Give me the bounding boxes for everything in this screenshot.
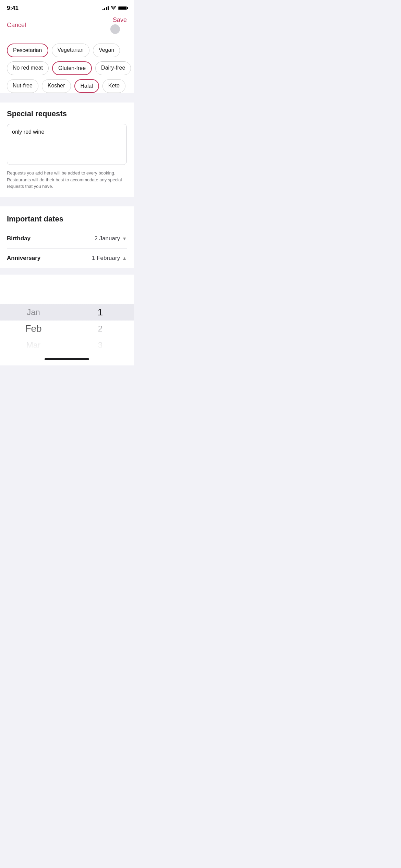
tags-row-2: No red meat Gluten-free Dairy-free — [7, 61, 127, 75]
nav-bar: Cancel Save — [0, 14, 134, 38]
tag-dairy-free[interactable]: Dairy-free — [95, 61, 131, 75]
day-picker-column[interactable]: 1 2 3 4 — [67, 275, 134, 350]
date-picker[interactable]: Jan Feb Mar Apr May 1 2 3 4 — [0, 275, 134, 350]
anniversary-chevron-up-icon: ▲ — [122, 255, 127, 261]
save-dot — [110, 24, 120, 34]
anniversary-value: 1 February — [92, 255, 120, 262]
tag-keto[interactable]: Keto — [102, 79, 125, 93]
special-requests-title: Special requests — [7, 109, 127, 118]
status-time: 9:41 — [7, 5, 19, 12]
nav-right: Save — [113, 16, 127, 34]
battery-icon — [118, 6, 127, 10]
day-picker-items: 1 2 3 4 — [98, 275, 103, 350]
month-mar[interactable]: Mar — [25, 337, 41, 350]
important-dates-title: Important dates — [7, 215, 127, 224]
special-requests-section: Special requests only red wine Requests … — [0, 103, 134, 197]
tag-nut-free[interactable]: Nut-free — [7, 79, 38, 93]
tags-row-3: Nut-free Kosher Halal Keto — [7, 79, 127, 93]
month-feb[interactable]: Feb — [25, 321, 41, 337]
signal-bars-icon — [102, 6, 109, 10]
divider-2 — [0, 204, 134, 206]
wifi-icon — [111, 6, 116, 11]
home-bar — [45, 358, 89, 360]
month-picker-items: Jan Feb Mar Apr May — [25, 275, 41, 350]
day-3[interactable]: 3 — [98, 337, 103, 350]
day-1[interactable]: 1 — [98, 304, 103, 321]
anniversary-value-container[interactable]: 1 February ▲ — [92, 255, 127, 262]
divider-1 — [0, 100, 134, 103]
birthday-value-container[interactable]: 2 January ▼ — [94, 235, 127, 242]
date-picker-section: Jan Feb Mar Apr May 1 2 3 4 — [0, 275, 134, 350]
status-bar: 9:41 — [0, 0, 134, 14]
tag-vegetarian[interactable]: Vegetarian — [52, 44, 90, 57]
tag-no-red-meat[interactable]: No red meat — [7, 61, 49, 75]
month-jan[interactable]: Jan — [25, 304, 41, 321]
special-requests-input[interactable]: only red wine — [7, 124, 127, 165]
birthday-chevron-down-icon: ▼ — [122, 236, 127, 241]
anniversary-label: Anniversary — [7, 255, 40, 262]
requests-helper-text: Requests you add here will be added to e… — [7, 170, 127, 197]
birthday-row[interactable]: Birthday 2 January ▼ — [7, 229, 127, 249]
status-icons — [102, 6, 127, 11]
tag-kosher[interactable]: Kosher — [42, 79, 71, 93]
birthday-value: 2 January — [94, 235, 120, 242]
tag-halal[interactable]: Halal — [74, 79, 99, 93]
cancel-button[interactable]: Cancel — [7, 22, 26, 29]
tag-vegan[interactable]: Vegan — [93, 44, 120, 57]
tags-row-1: Pescetarian Vegetarian Vegan — [7, 44, 127, 57]
day-2[interactable]: 2 — [98, 321, 103, 337]
tag-pescetarian[interactable]: Pescetarian — [7, 44, 48, 57]
anniversary-row[interactable]: Anniversary 1 February ▲ — [7, 249, 127, 268]
important-dates-section: Important dates Birthday 2 January ▼ Ann… — [0, 206, 134, 268]
birthday-label: Birthday — [7, 235, 31, 242]
month-picker-column[interactable]: Jan Feb Mar Apr May — [0, 275, 67, 350]
dietary-tags-section: Pescetarian Vegetarian Vegan No red meat… — [0, 38, 134, 93]
tag-gluten-free[interactable]: Gluten-free — [52, 61, 92, 75]
home-indicator — [0, 350, 134, 365]
save-button[interactable]: Save — [113, 16, 127, 24]
